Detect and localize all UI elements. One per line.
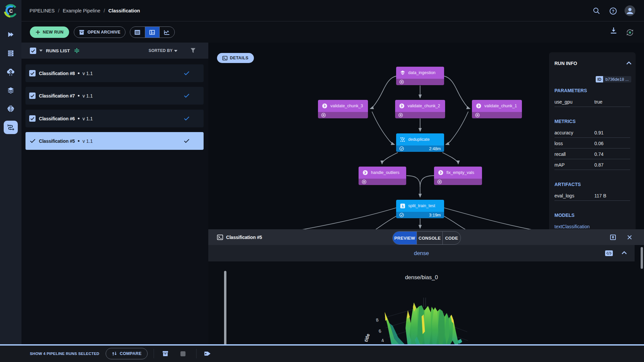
svg-text:8: 8: [376, 317, 379, 323]
svg-text:?: ?: [612, 9, 614, 14]
svg-text:C: C: [9, 8, 13, 14]
svg-text:title: title: [363, 333, 371, 343]
svg-text:4: 4: [381, 338, 384, 343]
svg-text:6: 6: [378, 328, 382, 334]
svg-text:λ: λ: [401, 204, 404, 208]
